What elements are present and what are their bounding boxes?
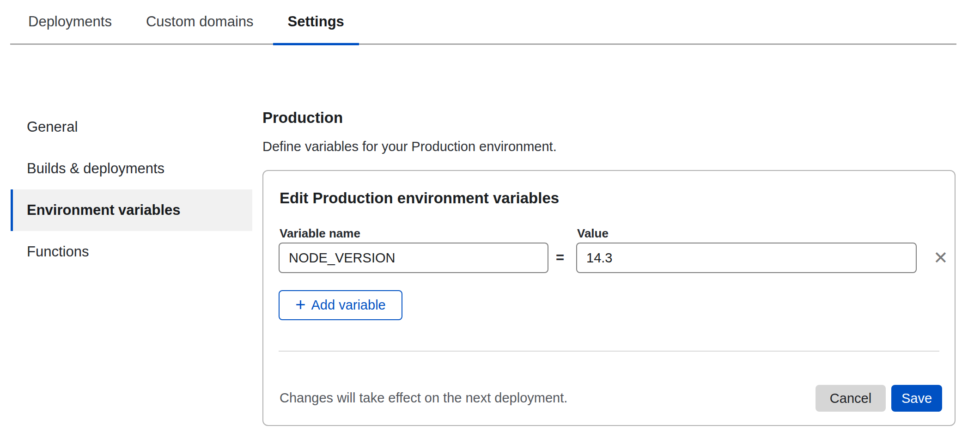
value-label: Value [577, 226, 609, 241]
remove-variable-button[interactable]: ✕ [928, 245, 954, 271]
footer-note: Changes will take effect on the next dep… [280, 390, 567, 406]
tab-deployments[interactable]: Deployments [13, 0, 127, 43]
variable-name-input[interactable] [279, 243, 548, 273]
add-variable-button[interactable]: + Add variable [279, 290, 402, 320]
add-variable-label: Add variable [311, 298, 385, 313]
x-icon: ✕ [933, 249, 948, 267]
variable-name-label: Variable name [280, 226, 360, 241]
equals-sign: = [550, 243, 570, 273]
tab-bar: Deployments Custom domains Settings [10, 0, 956, 45]
cancel-button[interactable]: Cancel [816, 385, 886, 412]
environment-variables-card: Edit Production environment variables Va… [262, 170, 956, 426]
tab-settings[interactable]: Settings [273, 0, 359, 43]
card-title: Edit Production environment variables [280, 189, 559, 207]
section-title: Production [262, 109, 343, 127]
value-input[interactable] [576, 243, 917, 273]
sidebar-item-builds-deployments[interactable]: Builds & deployments [11, 148, 252, 189]
sidebar-item-functions[interactable]: Functions [11, 231, 252, 273]
sidebar-item-general[interactable]: General [11, 106, 252, 148]
page: Deployments Custom domains Settings Gene… [0, 0, 980, 438]
section-description: Define variables for your Production env… [262, 139, 557, 154]
save-button[interactable]: Save [891, 385, 942, 412]
settings-sidebar: General Builds & deployments Environment… [11, 106, 252, 273]
tab-custom-domains[interactable]: Custom domains [131, 0, 268, 43]
card-divider [279, 351, 939, 352]
plus-icon: + [295, 296, 305, 313]
sidebar-item-environment-variables[interactable]: Environment variables [11, 189, 252, 231]
